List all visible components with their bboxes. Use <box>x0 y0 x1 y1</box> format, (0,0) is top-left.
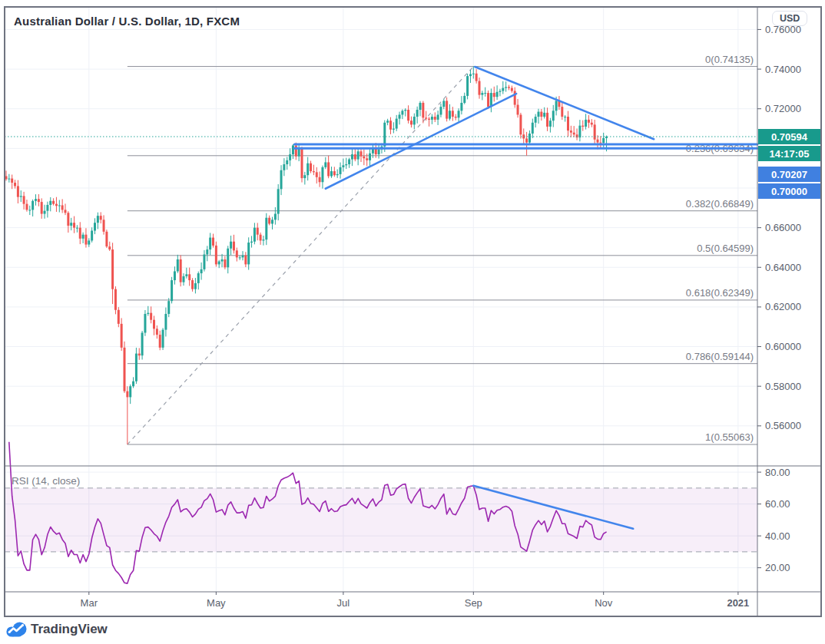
time-tick-label: Jul <box>337 597 350 609</box>
rsi-tick-label: 60.00 <box>765 498 790 510</box>
candle-body <box>141 332 144 355</box>
candle-body <box>351 154 353 159</box>
candle-body <box>215 246 217 265</box>
candle-body <box>111 249 114 289</box>
candle-body <box>200 269 203 273</box>
candle-body <box>197 273 200 283</box>
price-tick-label: 0.72000 <box>765 103 801 114</box>
candle-body <box>17 186 19 197</box>
candle-body <box>174 271 176 280</box>
candle-body <box>38 199 40 202</box>
candle-body <box>135 354 138 381</box>
candle-body <box>295 145 297 156</box>
candle-body <box>203 254 205 269</box>
candle-body <box>306 163 309 175</box>
candle-body <box>159 335 161 348</box>
candle-body <box>519 114 522 134</box>
candle-body <box>310 163 312 171</box>
candle-body <box>121 324 123 348</box>
candle-body <box>183 276 185 282</box>
candle-body <box>23 196 25 203</box>
candle-body <box>496 92 499 97</box>
candle-body <box>517 105 519 115</box>
candle-body <box>479 81 481 95</box>
candle-body <box>52 201 55 204</box>
currency-button[interactable]: USD <box>772 11 807 26</box>
candle-body <box>484 93 486 94</box>
candle-body <box>564 117 566 117</box>
candle-body <box>91 231 93 241</box>
candle-body <box>265 218 267 239</box>
candle-body <box>260 235 262 241</box>
candle-body <box>262 239 264 240</box>
candle-body <box>567 117 569 130</box>
price-badge-text: 0.70594 <box>771 131 808 143</box>
tradingview-snapshot: 0(0.74135)0.236(0.69634)0.382(0.66849)0.… <box>0 0 825 644</box>
candle-body <box>206 249 208 254</box>
candle-body <box>508 87 510 88</box>
rsi-tick-label: 20.00 <box>765 562 790 573</box>
candle-body <box>446 101 448 118</box>
fib-level-label: 0.786(0.59144) <box>686 351 754 362</box>
candle-body <box>404 110 406 111</box>
candle-body <box>399 114 401 118</box>
candle-body <box>88 240 90 244</box>
candle-body <box>124 348 126 391</box>
candle-body <box>82 235 84 239</box>
candle-body <box>31 201 34 210</box>
candle-body <box>597 140 599 143</box>
candle-body <box>493 93 495 97</box>
candle-body <box>61 205 64 210</box>
candle-body <box>321 167 323 182</box>
candle-body <box>540 112 542 117</box>
candle-body <box>292 145 294 154</box>
candle-body <box>585 120 587 127</box>
fib-level-label: 0.618(0.62349) <box>686 287 754 299</box>
candle-body <box>236 250 238 257</box>
candle-body <box>162 330 164 348</box>
candle-body <box>209 238 211 249</box>
candle-body <box>452 111 454 117</box>
candle-body <box>257 228 259 235</box>
candle-body <box>73 223 75 227</box>
candle-body <box>156 329 158 335</box>
candle-body <box>105 232 108 246</box>
candle-body <box>407 110 409 121</box>
candle-body <box>535 117 537 123</box>
candle-body <box>150 313 152 320</box>
candle-body <box>581 126 584 127</box>
price-tick-label: 0.62000 <box>765 301 801 312</box>
candle-body <box>340 167 342 174</box>
candle-body <box>363 157 365 159</box>
candle-body <box>599 143 601 144</box>
fib-level-label: 0(0.74135) <box>705 54 754 65</box>
candle-body <box>594 124 596 139</box>
candle-body <box>561 107 563 117</box>
candle-body <box>271 220 273 223</box>
candle-body <box>502 88 504 91</box>
candle-body <box>280 170 283 190</box>
candle-body <box>431 117 433 120</box>
candle-body <box>230 242 232 249</box>
candle-body <box>336 174 339 175</box>
descending_trendline[interactable] <box>475 67 654 139</box>
symbol-title: Australian Dollar / U.S. Dollar, 1D, FXC… <box>14 15 240 28</box>
price-badge-text: 0.70207 <box>771 169 807 180</box>
candle-body <box>79 228 81 239</box>
candle-body <box>538 112 540 117</box>
candle-body <box>511 88 513 91</box>
candle-body <box>55 204 58 206</box>
candle-body <box>185 274 187 276</box>
candle-body <box>528 134 531 143</box>
candle-body <box>396 119 398 129</box>
candle-body <box>28 210 31 210</box>
time-tick-label: Sep <box>465 597 482 609</box>
candle-body <box>532 123 534 134</box>
candle-body <box>76 228 78 229</box>
candle-body <box>449 111 451 118</box>
candle-body <box>247 243 250 264</box>
tradingview-logo[interactable]: TradingView <box>6 620 108 639</box>
candle-body <box>458 111 460 117</box>
time-tick-label: Mar <box>81 597 98 609</box>
chart-canvas[interactable]: 0(0.74135)0.236(0.69634)0.382(0.66849)0.… <box>0 0 825 644</box>
